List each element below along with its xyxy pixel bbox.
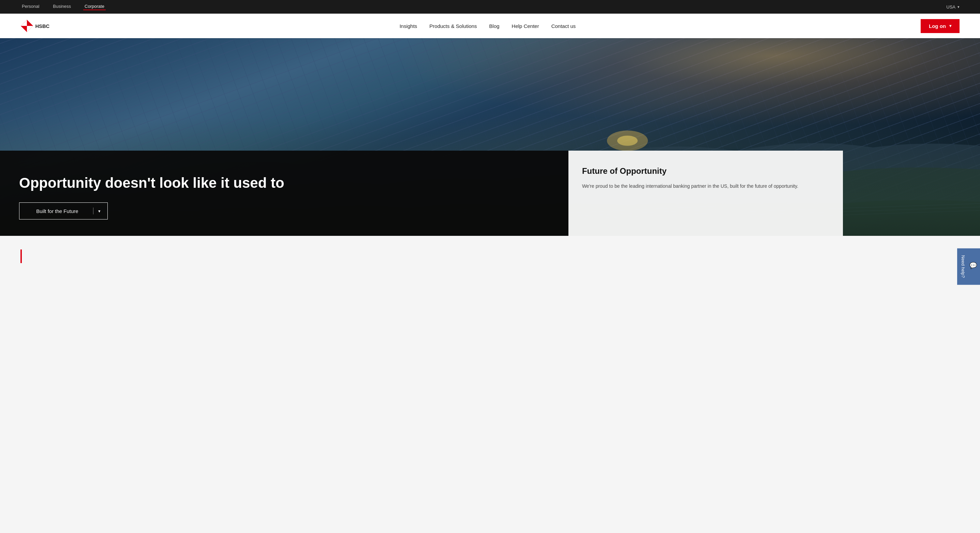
hero-info-card: Future of Opportunity We're proud to be … [568,151,843,236]
top-bar-personal[interactable]: Personal [21,4,41,10]
top-bar: Personal Business Corporate USA ▾ [0,0,980,14]
top-bar-corporate[interactable]: Corporate [83,4,106,10]
region-chevron: ▾ [958,5,959,9]
main-nav: HSBC Insights Products & Solutions Blog … [0,14,980,38]
top-bar-business[interactable]: Business [51,4,72,10]
hsbc-logo: HSBC [21,20,54,32]
nav-insights[interactable]: Insights [399,23,417,29]
svg-marker-4 [27,26,33,32]
svg-marker-3 [21,26,27,32]
svg-marker-1 [21,20,27,26]
hero-dropdown-divider [93,208,94,214]
region-selector[interactable]: USA ▾ [946,5,959,10]
log-on-label: Log on [929,23,946,29]
nav-products-solutions[interactable]: Products & Solutions [429,23,477,29]
logo-area[interactable]: HSBC [21,20,54,32]
hero-info-title: Future of Opportunity [582,166,829,176]
hero-dropdown[interactable]: Built for the Future ▾ [19,202,108,219]
svg-marker-2 [27,20,33,26]
nav-links: Insights Products & Solutions Blog Help … [399,23,576,29]
hero-section: Opportunity doesn't look like it used to… [0,38,980,236]
red-accent [21,249,22,263]
top-bar-nav: Personal Business Corporate [21,4,106,10]
hero-info-text: We're proud to be the leading internatio… [582,182,829,190]
need-help-tab[interactable]: 💬 Need help? [957,248,980,277]
hero-title: Opportunity doesn't look like it used to [19,174,549,192]
hero-content: Opportunity doesn't look like it used to… [0,151,980,236]
hero-black-box: Opportunity doesn't look like it used to… [0,151,568,236]
sky-glow [392,38,980,127]
nav-contact-us[interactable]: Contact us [551,23,576,29]
hero-dropdown-chevron-icon: ▾ [98,209,100,214]
need-help-icon: 💬 [969,262,977,269]
region-label: USA [946,5,955,10]
log-on-button[interactable]: Log on ▾ [921,19,959,33]
hero-dropdown-label: Built for the Future [26,208,88,214]
nav-help-center[interactable]: Help Center [512,23,539,29]
need-help-label: Need help? [961,255,966,277]
nav-blog[interactable]: Blog [489,23,500,29]
svg-text:HSBC: HSBC [35,24,49,29]
log-on-chevron: ▾ [949,24,951,28]
below-hero [0,236,980,277]
